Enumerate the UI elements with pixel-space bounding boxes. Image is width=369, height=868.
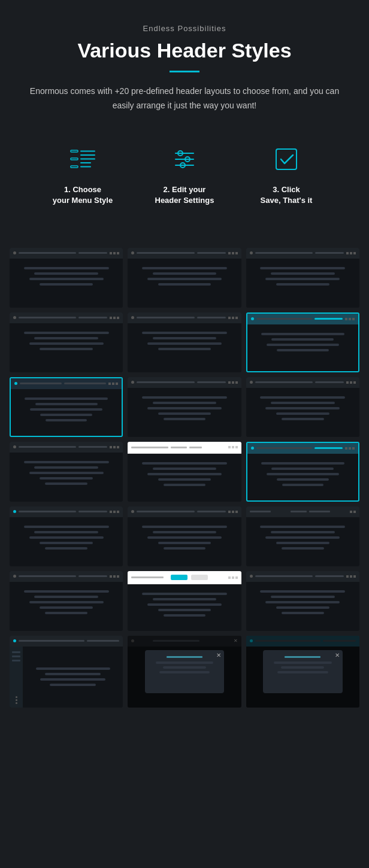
header-style-14[interactable] [128,506,241,566]
header-style-8[interactable] [128,377,241,437]
header-style-3[interactable] [246,248,359,308]
page-wrapper: Endless Possibilities Various Header Sty… [0,0,369,720]
step-3-label: 3. ClickSave, That's it [261,184,313,206]
header-style-11[interactable] [128,442,241,502]
header-style-20[interactable]: ✕ ✕ [128,636,241,708]
svg-rect-14 [276,149,297,169]
header-style-12[interactable] [246,442,359,502]
svg-rect-0 [71,150,78,152]
header-style-16[interactable] [10,571,123,631]
step-2-label: 2. Edit yourHeader Settings [155,184,214,206]
header-style-10[interactable] [10,442,123,502]
description: Enormous comes with +20 pre-defined head… [23,84,346,113]
header-style-7[interactable] [10,377,123,437]
header-style-15[interactable] [246,506,359,566]
page-header-section: Endless Possibilities Various Header Sty… [0,0,369,242]
header-style-1[interactable] [10,248,123,308]
title-divider [170,71,199,72]
step-1-label: 1. Chooseyour Menu Style [53,184,113,206]
header-style-17[interactable] [128,571,241,631]
svg-rect-2 [71,166,78,168]
header-style-21[interactable]: ✕ [246,636,359,708]
thumbnails-grid: ✕ ✕ [0,242,369,720]
main-title: Various Header Styles [12,39,357,62]
header-style-4[interactable] [10,312,123,372]
steps-row: 1. Chooseyour Menu Style 2. Edit yourHe [12,131,357,224]
header-style-19[interactable] [10,636,123,708]
header-style-6[interactable] [246,312,359,372]
menu-style-icon [66,143,99,176]
header-style-2[interactable] [128,248,241,308]
subtitle: Endless Possibilities [12,24,357,33]
step-3: 3. ClickSave, That's it [247,143,325,206]
svg-rect-1 [71,158,78,160]
step-2: 2. Edit yourHeader Settings [146,143,223,206]
header-style-5[interactable] [128,312,241,372]
header-style-9[interactable] [246,377,359,437]
save-icon [270,143,303,176]
header-style-18[interactable] [246,571,359,631]
step-1: 1. Chooseyour Menu Style [44,143,122,206]
header-settings-icon [168,143,201,176]
header-style-13[interactable] [10,506,123,566]
